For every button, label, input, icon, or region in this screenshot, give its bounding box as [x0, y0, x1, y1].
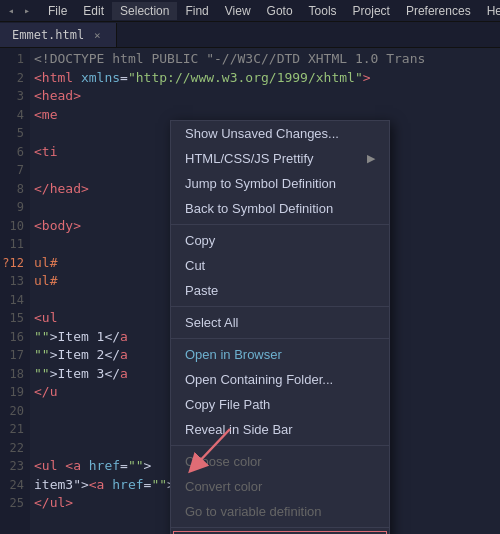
ctx-cut[interactable]: Cut	[171, 253, 389, 278]
line-num-4: 4	[0, 106, 24, 125]
ctx-back-symbol[interactable]: Back to Symbol Definition	[171, 196, 389, 221]
ctx-open-browser[interactable]: Open in Browser	[171, 342, 389, 367]
line-num-15: 15	[0, 309, 24, 328]
ctx-choose-color: Choose color	[171, 449, 389, 474]
line-num-3: 3	[0, 87, 24, 106]
code-line-1: <!DOCTYPE html PUBLIC "-//W3C//DTD XHTML…	[34, 50, 500, 69]
ctx-reveal-sidebar[interactable]: Reveal in Side Bar	[171, 417, 389, 442]
menu-selection[interactable]: Selection	[112, 2, 177, 20]
nav-forward-icon[interactable]: ▸	[20, 4, 34, 18]
menu-tools[interactable]: Tools	[301, 2, 345, 20]
menu-find[interactable]: Find	[177, 2, 216, 20]
menubar: ◂ ▸ File Edit Selection Find View Goto T…	[0, 0, 500, 22]
ctx-prettify-label: HTML/CSS/JS Prettify	[185, 151, 314, 166]
ctx-show-unsaved[interactable]: Show Unsaved Changes...	[171, 121, 389, 146]
nav-arrows: ◂ ▸	[4, 4, 34, 18]
ctx-jump-symbol-label: Jump to Symbol Definition	[185, 176, 336, 191]
line-num-2: 2	[0, 69, 24, 88]
ctx-sep-1	[171, 224, 389, 225]
ctx-sep-3	[171, 338, 389, 339]
ctx-select-all-label: Select All	[185, 315, 238, 330]
line-num-20: 20	[0, 402, 24, 421]
line-num-5: 5	[0, 124, 24, 143]
line-num-11: 11	[0, 235, 24, 254]
ctx-select-all[interactable]: Select All	[171, 310, 389, 335]
line-num-8: 8	[0, 180, 24, 199]
ctx-convert-color-label: Convert color	[185, 479, 262, 494]
line-num-17: 17	[0, 346, 24, 365]
editor: 1 2 3 4 5 6 7 8 9 10 11 ?12 13 14 15 16 …	[0, 48, 500, 534]
ctx-show-unsaved-label: Show Unsaved Changes...	[185, 126, 339, 141]
ctx-sep-4	[171, 445, 389, 446]
line-num-22: 22	[0, 439, 24, 458]
ctx-back-symbol-label: Back to Symbol Definition	[185, 201, 333, 216]
menu-file[interactable]: File	[40, 2, 75, 20]
line-num-19: 19	[0, 383, 24, 402]
line-num-12: ?12	[0, 254, 24, 273]
code-line-3: <head>	[34, 87, 500, 106]
ctx-copy-path-label: Copy File Path	[185, 397, 270, 412]
ctx-jump-symbol[interactable]: Jump to Symbol Definition	[171, 171, 389, 196]
line-numbers: 1 2 3 4 5 6 7 8 9 10 11 ?12 13 14 15 16 …	[0, 48, 30, 534]
ctx-prettify-arrow: ▶	[367, 152, 375, 165]
menu-preferences[interactable]: Preferences	[398, 2, 479, 20]
ctx-goto-var: Go to variable definition	[171, 499, 389, 524]
menu-view[interactable]: View	[217, 2, 259, 20]
menu-edit[interactable]: Edit	[75, 2, 112, 20]
menu-goto[interactable]: Goto	[259, 2, 301, 20]
tab-emmet[interactable]: Emmet.html ×	[0, 23, 117, 47]
ctx-paste-label: Paste	[185, 283, 218, 298]
menu-help[interactable]: Help	[479, 2, 500, 20]
context-menu: Show Unsaved Changes... HTML/CSS/JS Pret…	[170, 120, 390, 534]
ctx-copy[interactable]: Copy	[171, 228, 389, 253]
line-num-14: 14	[0, 291, 24, 310]
line-num-23: 23	[0, 457, 24, 476]
ctx-paste[interactable]: Paste	[171, 278, 389, 303]
ctx-open-browser-label: Open in Browser	[185, 347, 282, 362]
ctx-sep-5	[171, 527, 389, 528]
ctx-sep-2	[171, 306, 389, 307]
tab-label: Emmet.html	[12, 28, 84, 42]
line-num-21: 21	[0, 420, 24, 439]
ctx-open-folder[interactable]: Open Containing Folder...	[171, 367, 389, 392]
line-num-6: 6	[0, 143, 24, 162]
ctx-reveal-sidebar-label: Reveal in Side Bar	[185, 422, 293, 437]
menu-project[interactable]: Project	[345, 2, 398, 20]
ctx-open-folder-label: Open Containing Folder...	[185, 372, 333, 387]
line-num-9: 9	[0, 198, 24, 217]
line-num-10: 10	[0, 217, 24, 236]
tab-close-button[interactable]: ×	[90, 28, 104, 42]
nav-back-icon[interactable]: ◂	[4, 4, 18, 18]
line-num-18: 18	[0, 365, 24, 384]
ctx-copy-label: Copy	[185, 233, 215, 248]
ctx-cut-label: Cut	[185, 258, 205, 273]
line-num-16: 16	[0, 328, 24, 347]
code-line-2: <html xmlns="http://www.w3.org/1999/xhtm…	[34, 69, 500, 88]
tabbar: Emmet.html ×	[0, 22, 500, 48]
line-num-13: 13	[0, 272, 24, 291]
line-num-7: 7	[0, 161, 24, 180]
ctx-goto-var-label: Go to variable definition	[185, 504, 322, 519]
menubar-items: File Edit Selection Find View Goto Tools…	[40, 2, 500, 20]
ctx-choose-color-label: Choose color	[185, 454, 262, 469]
ctx-prettify[interactable]: HTML/CSS/JS Prettify ▶	[171, 146, 389, 171]
line-num-1: 1	[0, 50, 24, 69]
line-num-25: 25	[0, 494, 24, 513]
ctx-copy-path[interactable]: Copy File Path	[171, 392, 389, 417]
line-num-24: 24	[0, 476, 24, 495]
ctx-convert-color: Convert color	[171, 474, 389, 499]
